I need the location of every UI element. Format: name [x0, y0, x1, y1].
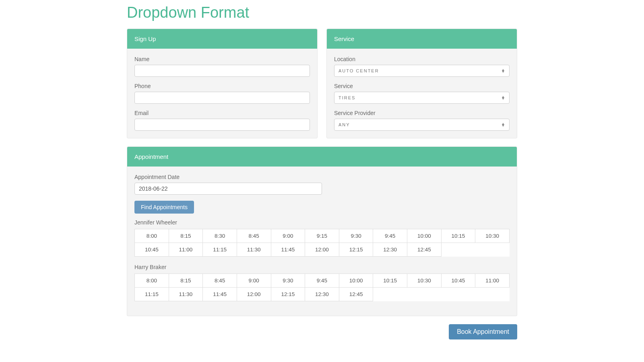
time-slot[interactable]: 8:15 — [169, 274, 203, 288]
time-slot[interactable]: 12:00 — [237, 288, 271, 301]
time-slot[interactable]: 11:45 — [203, 288, 237, 301]
email-label: Email — [134, 110, 310, 116]
time-slot-empty — [442, 243, 476, 257]
service-select[interactable]: TIRES ▲▼ — [334, 92, 510, 104]
service-label: Service — [334, 83, 510, 89]
time-slot[interactable]: 10:15 — [442, 229, 476, 243]
appointment-heading: Appointment — [127, 147, 517, 167]
chevron-updown-icon: ▲▼ — [501, 123, 505, 126]
time-slot[interactable]: 9:30 — [271, 274, 305, 288]
time-slot-grid: 8:008:158:308:459:009:159:309:4510:0010:… — [134, 229, 510, 257]
time-slot[interactable]: 11:00 — [169, 243, 203, 257]
time-slot[interactable]: 12:30 — [373, 243, 407, 257]
chevron-updown-icon: ▲▼ — [501, 96, 505, 99]
time-slot[interactable]: 12:45 — [407, 243, 442, 257]
time-slot[interactable]: 11:15 — [135, 288, 169, 301]
provider-select[interactable]: ANY ▲▼ — [334, 119, 510, 131]
time-slot[interactable]: 10:45 — [442, 274, 476, 288]
phone-label: Phone — [134, 83, 310, 89]
provider-value: ANY — [339, 122, 350, 127]
time-slot[interactable]: 11:00 — [475, 274, 510, 288]
time-slot[interactable]: 8:45 — [237, 229, 271, 243]
time-slot[interactable]: 10:15 — [373, 274, 407, 288]
time-slot[interactable]: 10:30 — [407, 274, 442, 288]
time-slot[interactable]: 8:15 — [169, 229, 203, 243]
time-slot-empty — [407, 288, 442, 301]
time-slot[interactable]: 9:45 — [373, 229, 407, 243]
page-title: Dropdown Format — [127, 4, 517, 21]
time-slot[interactable]: 11:15 — [203, 243, 237, 257]
time-slot[interactable]: 12:30 — [305, 288, 339, 301]
chevron-updown-icon: ▲▼ — [501, 69, 505, 72]
time-slot[interactable]: 9:15 — [305, 229, 339, 243]
time-slot[interactable]: 10:30 — [475, 229, 510, 243]
signup-heading: Sign Up — [127, 29, 317, 49]
appointment-panel: Appointment Appointment Date Find Appoin… — [127, 146, 517, 316]
phone-input[interactable] — [134, 92, 310, 104]
book-appointment-button[interactable]: Book Appointment — [449, 324, 517, 339]
service-heading: Service — [327, 29, 517, 49]
time-slot[interactable]: 9:45 — [305, 274, 339, 288]
time-slot[interactable]: 9:00 — [237, 274, 271, 288]
time-slot[interactable]: 11:30 — [169, 288, 203, 301]
time-slot[interactable]: 8:30 — [203, 229, 237, 243]
time-slot[interactable]: 10:45 — [135, 243, 169, 257]
time-slot-empty — [442, 288, 476, 301]
email-input[interactable] — [134, 119, 310, 131]
time-slot[interactable]: 8:45 — [203, 274, 237, 288]
time-slot[interactable]: 11:30 — [237, 243, 271, 257]
time-slot-empty — [475, 243, 510, 257]
find-appointments-button[interactable]: Find Appointments — [134, 201, 194, 214]
time-slot-empty — [475, 288, 510, 301]
appointment-date-input[interactable] — [134, 183, 322, 195]
time-slot[interactable]: 10:00 — [339, 274, 374, 288]
appointment-date-label: Appointment Date — [134, 174, 510, 180]
time-slot-grid: 8:008:158:459:009:309:4510:0010:1510:301… — [134, 274, 510, 301]
time-slot[interactable]: 12:15 — [339, 243, 374, 257]
time-slot[interactable]: 11:45 — [271, 243, 305, 257]
time-slot[interactable]: 12:15 — [271, 288, 305, 301]
time-slot[interactable]: 8:00 — [135, 229, 169, 243]
provider-name: Harry Braker — [134, 264, 510, 270]
service-panel: Service Location AUTO CENTER ▲▼ Service … — [326, 29, 517, 138]
name-input[interactable] — [134, 65, 310, 77]
location-label: Location — [334, 56, 510, 62]
service-value: TIRES — [339, 95, 355, 100]
time-slot[interactable]: 12:45 — [339, 288, 374, 301]
time-slot[interactable]: 9:00 — [271, 229, 305, 243]
time-slot[interactable]: 10:00 — [407, 229, 442, 243]
location-select[interactable]: AUTO CENTER ▲▼ — [334, 65, 510, 77]
time-slot[interactable]: 9:30 — [339, 229, 374, 243]
time-slot[interactable]: 12:00 — [305, 243, 339, 257]
provider-name: Jennifer Wheeler — [134, 219, 510, 226]
signup-panel: Sign Up Name Phone Email — [127, 29, 318, 138]
provider-label: Service Provider — [334, 110, 510, 116]
name-label: Name — [134, 56, 310, 62]
location-value: AUTO CENTER — [339, 68, 379, 73]
time-slot-empty — [373, 288, 407, 301]
time-slot[interactable]: 8:00 — [135, 274, 169, 288]
